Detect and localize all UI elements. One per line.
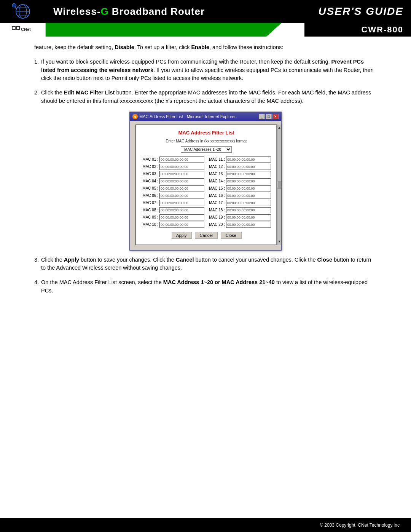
list-item-2: 2. Click the Edit MAC Filter List button… [34,89,377,105]
list-number-2: 2. [34,89,39,105]
mac-row-08: MAC 08 : [142,207,204,213]
header: Wireless-G Broadband Router USER'S GUIDE [0,0,411,23]
mac-row-10: MAC 10 : [142,222,204,228]
svg-text:CNet: CNet [21,27,31,32]
mac-label-07: MAC 07 : [142,200,158,206]
mac-label-03: MAC 03 : [142,171,158,177]
scrollbar[interactable]: ▲ ▼ [277,125,281,245]
mac-input-19[interactable] [226,214,271,220]
mac-label-04: MAC 04 : [142,178,158,184]
mac-label-10: MAC 10 : [142,222,158,227]
ie-titlebar-left: e MAC Address Filter List - Microsoft In… [132,113,236,120]
g-letter: G [100,6,108,17]
list-item-4-text: On the MAC Address Filter List screen, s… [41,278,377,295]
mac-row-20: MAC 20 : [208,222,271,228]
mac-row-02: MAC 02 : [142,164,204,170]
cnet-logo-bar: CNet [0,23,46,37]
mac-input-11[interactable] [226,157,271,163]
mac-label-09: MAC 09 : [142,214,158,220]
mac-input-13[interactable] [226,171,271,177]
mac-input-17[interactable] [226,200,271,206]
mac-input-20[interactable] [226,222,271,228]
svg-rect-12 [17,27,19,29]
footer: © 2003 Copyright, CNet Technology,Inc [0,518,411,532]
instructions-list-2: 3. Click the Apply button to save your c… [34,256,377,295]
mac-row-19: MAC 19 : [208,214,271,220]
close-button[interactable]: Close [220,232,242,239]
ie-close-button[interactable]: ✕ [272,114,279,119]
mac-label-20: MAC 20 : [208,222,225,227]
mac-input-04[interactable] [159,178,204,184]
cwr-section: CWR-800 [304,23,411,37]
list-item-1: 1. If you want to block specific wireles… [34,58,377,83]
mac-row-09: MAC 09 : [142,214,204,220]
mac-input-01[interactable] [159,157,204,163]
ie-minimize-button[interactable]: _ [259,114,265,119]
header-title: Wireless-G Broadband Router [46,0,304,23]
mac-input-10[interactable] [159,222,204,228]
ie-action-buttons: Apply Cancel Close [142,232,271,239]
mac-input-12[interactable] [226,164,271,170]
svg-point-6 [12,3,16,7]
mac-input-07[interactable] [159,200,204,206]
mac-label-02: MAC 02 : [142,164,158,169]
list-item-1-text: If you want to block specific wireless-e… [41,58,377,83]
mac-row-01: MAC 01 : [142,157,204,163]
mac-row-18: MAC 18 : [208,207,271,213]
list-item-3: 3. Click the Apply button to save your c… [34,256,377,273]
svg-rect-10 [13,27,15,29]
intro-paragraph: feature, keep the default setting, Disab… [34,43,377,52]
header-logo [0,0,46,23]
mac-label-14: MAC 14 : [208,178,225,184]
mac-addresses-dropdown[interactable]: MAC Addresses 1~20 MAC Addresses 21~40 [181,146,232,153]
mac-dropdown-row[interactable]: MAC Addresses 1~20 MAC Addresses 21~40 [142,146,271,153]
mac-row-15: MAC 15 : [208,185,271,192]
footer-copyright: © 2003 Copyright, CNet Technology,Inc [320,522,400,528]
ie-maximize-button[interactable]: □ [266,114,272,119]
mac-label-06: MAC 06 : [142,193,158,198]
mac-grid: MAC 01 : MAC 11 : MAC 02 : MAC 12 : [142,157,271,228]
mac-row-05: MAC 05 : [142,185,204,192]
mac-row-13: MAC 13 : [208,171,271,177]
mac-row-11: MAC 11 : [208,157,271,163]
list-item-2-text: Click the Edit MAC Filter List button. E… [41,89,377,105]
cwr-model: CWR-800 [361,25,403,35]
scroll-thumb[interactable] [277,181,281,189]
scroll-down-arrow[interactable]: ▼ [278,239,281,244]
mac-input-08[interactable] [159,207,204,213]
list-number-3: 3. [34,256,39,273]
apply-button[interactable]: Apply [171,232,192,239]
mac-label-16: MAC 16 : [208,193,225,198]
ie-controls[interactable]: _ □ ✕ [259,114,279,119]
mac-label-12: MAC 12 : [208,164,225,169]
svg-marker-14 [46,23,282,37]
mac-label-18: MAC 18 : [208,207,225,213]
mac-input-14[interactable] [226,178,271,184]
mac-row-12: MAC 12 : [208,164,271,170]
cnet-logo-graphic [10,2,36,21]
ie-window: e MAC Address Filter List - Microsoft In… [129,112,282,251]
mac-label-15: MAC 15 : [208,185,225,191]
mac-input-09[interactable] [159,214,204,220]
cancel-button[interactable]: Cancel [194,232,218,239]
mac-input-18[interactable] [226,207,271,213]
mac-input-15[interactable] [226,185,271,192]
mac-input-02[interactable] [159,164,204,170]
mac-input-16[interactable] [226,193,271,199]
ie-title-text: MAC Address Filter List - Microsoft Inte… [139,113,236,120]
scroll-up-arrow[interactable]: ▲ [278,125,281,131]
mac-input-06[interactable] [159,193,204,199]
ie-titlebar: e MAC Address Filter List - Microsoft In… [130,112,281,121]
mac-row-04: MAC 04 : [142,178,204,184]
users-guide-title: USER'S GUIDE [318,5,403,18]
list-item-4: 4. On the MAC Address Filter List screen… [34,278,377,295]
mac-label-01: MAC 01 : [142,157,158,162]
mac-row-07: MAC 07 : [142,200,204,206]
mac-row-06: MAC 06 : [142,193,204,199]
main-content: feature, keep the default setting, Disab… [0,37,411,309]
mac-input-05[interactable] [159,185,204,192]
green-bar [46,23,304,37]
mac-input-03[interactable] [159,171,204,177]
ie-icon: e [132,114,138,119]
mac-label-19: MAC 19 : [208,214,225,220]
